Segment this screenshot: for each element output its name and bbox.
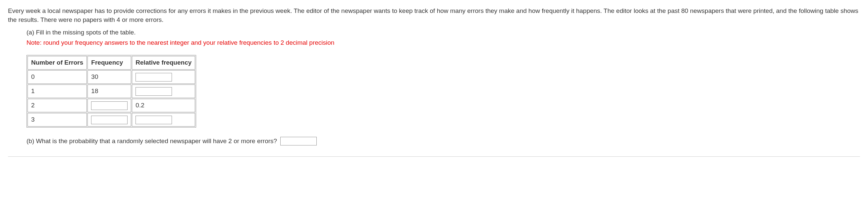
frequency-input-2[interactable] [91,101,128,110]
part-b-label: (b) What is the probability that a rando… [27,137,277,146]
cell-frequency [88,99,131,112]
frequency-table: Number of Errors Frequency Relative freq… [27,55,196,128]
cell-errors: 2 [28,99,87,112]
cell-errors: 3 [28,113,87,127]
table-row: 3 [28,113,195,127]
cell-relative: 0.2 [132,99,195,112]
relative-freq-input-1[interactable] [135,87,172,96]
header-errors: Number of Errors [28,56,87,70]
cell-frequency: 18 [88,85,131,98]
relative-freq-input-0[interactable] [135,73,172,82]
header-relative: Relative frequency [132,56,195,70]
cell-frequency [88,113,131,127]
cell-errors: 0 [28,70,87,84]
relative-value-2: 0.2 [135,101,144,110]
cell-relative [132,70,195,84]
divider [8,156,860,157]
part-a-label: (a) Fill in the missing spots of the tab… [27,28,860,37]
table-row: 0 30 [28,70,195,84]
relative-freq-input-3[interactable] [135,116,172,124]
cell-frequency: 30 [88,70,131,84]
frequency-input-3[interactable] [91,116,128,124]
cell-errors: 1 [28,85,87,98]
table-row: 2 0.2 [28,99,195,112]
cell-relative [132,85,195,98]
cell-relative [132,113,195,127]
part-a-note: Note: round your frequency answers to th… [27,38,860,48]
part-b-input[interactable] [280,137,317,146]
header-frequency: Frequency [88,56,131,70]
intro-text: Every week a local newspaper has to prov… [8,7,860,24]
table-row: 1 18 [28,85,195,98]
